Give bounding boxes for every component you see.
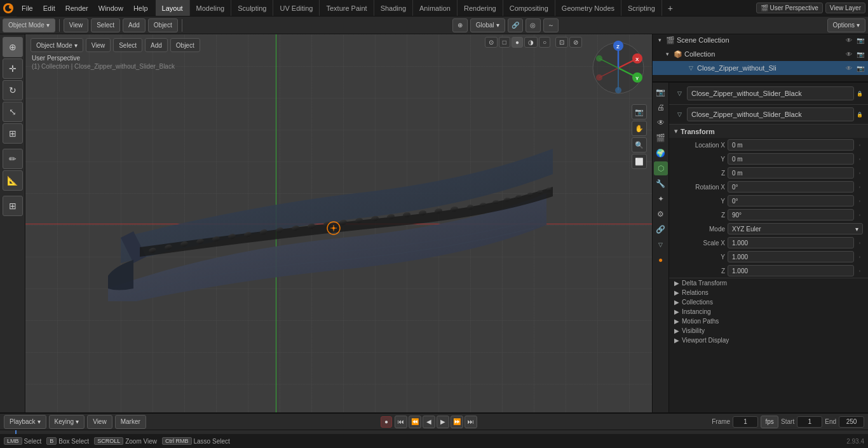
measure-tool[interactable]: 📐 [3,170,23,191]
start-frame-input[interactable] [797,416,822,428]
menu-render[interactable]: Render [60,0,93,16]
outliner-mesh-item[interactable]: ▽ Close_Zipper_without_Sli 👁 📷 [653,61,868,75]
scale-x-lock[interactable]: ◦ [857,240,863,246]
render-props-icon[interactable]: 📷 [654,85,668,99]
scale-z-value[interactable]: 1.000 [728,265,854,276]
object-name-lock[interactable]: 🔒 [857,90,863,97]
add-menu[interactable]: Add [123,18,146,32]
relations-section[interactable]: ▶ Relations [669,288,868,297]
collection-view-icon[interactable]: 👁 [844,49,854,59]
viewport-select-btn[interactable]: Select [113,38,142,52]
scale-y-lock[interactable]: ◦ [857,254,863,260]
move-tool[interactable]: ✛ [3,58,23,79]
select-menu[interactable]: Select [91,18,120,32]
end-frame-input[interactable] [839,416,864,428]
viewport-view-btn[interactable]: View [86,38,111,52]
object-name-input[interactable] [687,86,854,100]
viewport-add-btn[interactable]: Add [145,38,168,52]
location-z-value[interactable]: 0 m [728,167,854,179]
rot-y-lock[interactable]: ◦ [857,198,863,204]
menu-file[interactable]: File [17,0,38,16]
output-props-icon[interactable]: 🖨 [654,100,668,114]
scale-tool[interactable]: ⤡ [3,102,23,122]
outliner-collection-item[interactable]: ▾ 📦 Collection 👁 📷 [653,47,868,61]
zoom-btn[interactable]: 🔍 [632,137,647,153]
view-perspective-btn[interactable]: ⊙ [485,37,498,48]
rotation-y-value[interactable]: 0° [728,195,854,207]
view-menu[interactable]: View [64,18,89,32]
nav-gizmo[interactable]: X Y Z [590,39,647,97]
keying-dropdown[interactable]: Keying ▾ [49,415,85,429]
tab-compositing[interactable]: Compositing [503,0,555,16]
shading-mat-btn[interactable]: ◑ [524,37,538,48]
global-dropdown[interactable]: Global ▾ [470,18,505,32]
shading-wire-btn[interactable]: □ [499,37,510,48]
menu-window[interactable]: Window [93,0,128,16]
options-btn[interactable]: Options ▾ [827,18,865,32]
jump-end-btn[interactable]: ⏭ [465,416,477,428]
record-btn[interactable]: ● [381,416,392,428]
tab-texture-paint[interactable]: Texture Paint [320,0,374,16]
next-frame-btn[interactable]: ⏩ [451,416,463,428]
collection-render-icon[interactable]: 📷 [855,49,865,59]
visibility-section[interactable]: ▶ Visibility [669,326,868,336]
tab-animation[interactable]: Animation [413,0,458,16]
rot-z-lock[interactable]: ◦ [857,212,863,218]
data-props-icon[interactable]: ▽ [654,238,668,252]
jump-start-btn[interactable]: ⏮ [395,416,407,428]
outliner-scene-collection[interactable]: ▾ 🎬 Scene Collection 👁 📷 [653,33,868,47]
tab-uv-editing[interactable]: UV Editing [273,0,320,16]
timeline-view-dropdown[interactable]: View [87,415,112,429]
rotation-x-value[interactable]: 0° [728,181,854,193]
mesh-render-icon[interactable]: 📷 [855,63,865,73]
instancing-section[interactable]: ▶ Instancing [669,307,868,316]
mesh-name-lock[interactable]: 🔒 [857,111,863,118]
tab-shading[interactable]: Shading [374,0,413,16]
viewport[interactable]: Object Mode ▾ View Select Add Object Use… [25,34,652,412]
overlay-btn[interactable]: ⊡ [555,37,568,48]
view-layer-dropdown[interactable]: View Layer [825,3,865,13]
constraints-props-icon[interactable]: 🔗 [654,222,668,236]
scene-render-icon[interactable]: 📷 [855,35,865,45]
loc-y-lock[interactable]: ◦ [857,156,863,162]
modifier-props-icon[interactable]: 🔧 [654,177,668,191]
object-props-icon[interactable]: ⬡ [654,161,668,175]
frame-rate-btn[interactable]: fps [761,416,778,428]
world-props-icon[interactable]: 🌍 [654,146,668,160]
tab-sculpting[interactable]: Sculpting [231,0,273,16]
layers-btn[interactable]: ⬜ [632,154,647,169]
view-props-icon[interactable]: 👁 [654,116,668,130]
cursor-tool[interactable]: ⊕ [3,37,23,57]
current-frame-input[interactable] [733,416,758,428]
scene-props-icon[interactable]: 🎬 [654,131,668,145]
add-workspace-button[interactable]: + [662,0,679,17]
playback-dropdown[interactable]: Playback ▾ [4,415,46,429]
add-object-tool[interactable]: ⊞ [3,196,23,216]
tab-geometry-nodes[interactable]: Geometry Nodes [555,0,621,16]
proportional-edit-btn[interactable]: ◎ [526,18,541,32]
prev-frame-btn[interactable]: ⏪ [409,416,421,428]
transform-tool[interactable]: ⊞ [3,123,23,144]
transform-mode-btn[interactable]: ⊕ [452,18,468,32]
rotation-mode-dropdown[interactable]: XYZ Euler ▾ [728,223,863,234]
delta-transform-section[interactable]: ▶ Delta Transform [669,278,868,288]
tab-rendering[interactable]: Rendering [458,0,503,16]
hand-pan-btn[interactable]: ✋ [632,121,647,136]
tab-scripting[interactable]: Scripting [621,0,662,16]
mesh-view-icon[interactable]: 👁 [844,63,854,73]
particles-props-icon[interactable]: ✦ [654,192,668,206]
scale-x-value[interactable]: 1.000 [728,237,854,248]
rotate-tool[interactable]: ↻ [3,80,23,100]
snap-btn[interactable]: 🔗 [508,18,523,32]
play-reverse-btn[interactable]: ◀ [423,416,435,428]
loc-z-lock[interactable]: ◦ [857,170,863,176]
annotate-tool[interactable]: ✏ [3,149,23,169]
location-y-value[interactable]: 0 m [728,153,854,165]
scale-y-value[interactable]: 1.000 [728,251,854,262]
shading-render-btn[interactable]: ○ [539,37,550,48]
camera-view-btn[interactable]: 📷 [632,104,647,119]
mesh-name-input[interactable] [687,107,854,121]
viewport-display-section[interactable]: ▶ Viewport Display [669,336,868,345]
motion-paths-section[interactable]: ▶ Motion Paths [669,316,868,326]
scale-z-lock[interactable]: ◦ [857,268,863,274]
